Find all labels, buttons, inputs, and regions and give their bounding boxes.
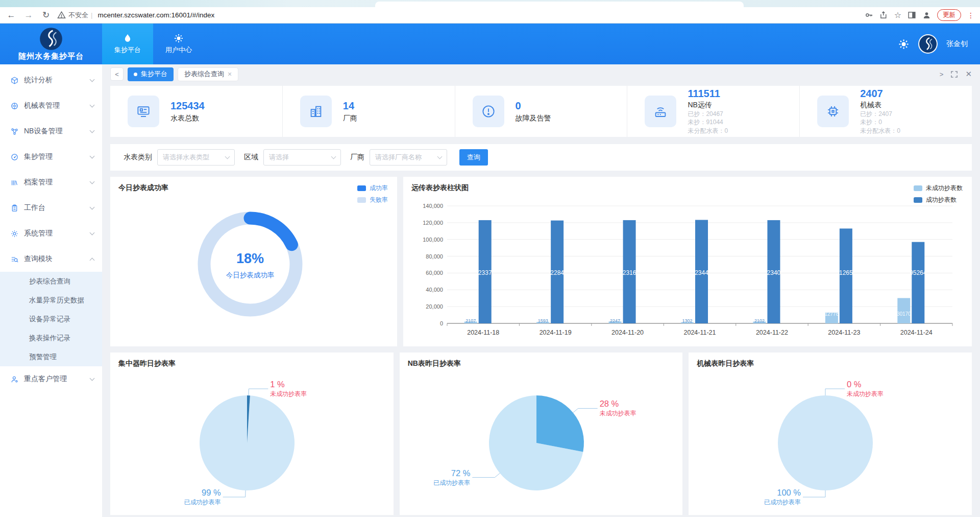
svg-text:30170: 30170 (897, 311, 911, 317)
bookmark-star-icon[interactable]: ☆ (894, 10, 901, 20)
nodes-icon (10, 127, 19, 136)
filter-select-3[interactable]: 请选择厂商名称 (370, 149, 447, 166)
sidebar-subitem-5[interactable]: 预警管理 (0, 347, 102, 366)
legend-row[interactable]: 成功抄表数 (914, 196, 963, 204)
sidebar-item-9[interactable]: 重点客户管理 (0, 366, 102, 392)
chevron-down-icon (90, 205, 95, 210)
stat-value: 14 (343, 100, 357, 112)
close-all-icon[interactable]: ✕ (965, 69, 972, 79)
chevron-down-icon (90, 230, 95, 236)
stat-text: 111511NB远传已抄：20467未抄：91044未分配水表：0 (688, 88, 728, 135)
legend-label: 失败率 (370, 196, 388, 204)
back-icon[interactable]: ← (5, 10, 17, 20)
stat-value: 0 (516, 100, 551, 112)
svg-text:未成功抄表率: 未成功抄表率 (599, 410, 636, 417)
filter-select-1[interactable]: 请选择水表类型 (157, 149, 235, 166)
filter-label-3: 厂商 (350, 153, 364, 162)
filter-select-2[interactable]: 请选择 (263, 149, 341, 166)
site-security[interactable]: 不安全 | (57, 11, 92, 20)
svg-text:2024-11-23: 2024-11-23 (828, 329, 860, 336)
stat-detail: 已抄：20467 (688, 110, 728, 118)
sidebar-item-4[interactable]: 集抄管理 (0, 144, 102, 170)
tabs-scroll-right-icon[interactable]: > (940, 70, 944, 78)
sidebar-item-label: 系统管理 (24, 229, 85, 238)
svg-text:1 %: 1 % (270, 380, 285, 389)
legend-row[interactable]: 未成功抄表数 (914, 184, 963, 193)
stat-detail: 未分配水表：0 (860, 127, 900, 135)
stat-icon-tile (817, 96, 849, 127)
share-icon[interactable] (879, 11, 888, 19)
sidebar-item-3[interactable]: NB设备管理 (0, 119, 102, 144)
chevron-down-icon (90, 154, 95, 159)
header-tab-usercenter[interactable]: 用户中心 (153, 24, 204, 64)
svg-text:0 %: 0 % (847, 380, 862, 389)
sidebar-subitem-3[interactable]: 设备异常记录 (0, 310, 102, 328)
key-icon[interactable] (865, 11, 873, 19)
svg-text:1265: 1265 (839, 269, 853, 276)
header-tab-platform[interactable]: 集抄平台 (102, 24, 153, 64)
tab-chip-label: 抄表综合查询 (184, 69, 224, 79)
select-placeholder: 请选择厂商名称 (375, 153, 422, 162)
sidebar-item-1[interactable]: 统计分析 (0, 67, 102, 93)
stat-label: 故障及告警 (516, 114, 551, 123)
fullscreen-icon[interactable] (950, 70, 958, 78)
stat-label: 厂商 (343, 114, 357, 123)
svg-text:12778: 12778 (824, 311, 839, 317)
close-tab-icon[interactable]: × (228, 70, 232, 78)
tabs-scroll-left-icon[interactable]: < (110, 67, 124, 81)
sidebar-item-label: 档案管理 (24, 178, 85, 187)
bar-legend: 未成功抄表数成功抄表数 (914, 184, 963, 207)
svg-text:18%: 18% (236, 251, 264, 266)
sidebar-subitem-2[interactable]: 水量异常历史数据 (0, 291, 102, 310)
legend-row[interactable]: 失败率 (357, 196, 388, 204)
svg-text:2024-11-21: 2024-11-21 (683, 329, 716, 336)
user-avatar[interactable] (918, 34, 938, 54)
browser-tab[interactable] (375, 2, 744, 7)
pie-chart-nb: 28 %未成功抄表率72 %已成功抄表率 (408, 368, 674, 514)
clipboard-icon (10, 204, 19, 213)
browser-menu-icon[interactable]: ⋮ (967, 11, 975, 19)
gear-icon (174, 33, 184, 43)
search-button[interactable]: 查询 (459, 149, 488, 166)
profile-avatar-icon[interactable] (922, 11, 931, 19)
stat-card-5: 2407机械表已抄：2407未抄：0未分配水表：0 (800, 86, 972, 137)
warning-icon (57, 11, 66, 19)
sidebar-item-2[interactable]: 机械表管理 (0, 93, 102, 119)
legend-swatch (914, 185, 922, 191)
stat-detail: 已抄：2407 (860, 110, 900, 118)
donut-chart: 18%今日抄表成功率 (118, 193, 389, 333)
gauge-icon (10, 153, 19, 161)
sidebar-item-6[interactable]: 工作台 (0, 195, 102, 221)
stat-text: 2407机械表已抄：2407未抄：0未分配水表：0 (860, 88, 900, 135)
svg-text:20,000: 20,000 (426, 303, 443, 310)
select-placeholder: 请选择水表类型 (163, 153, 209, 162)
browser-update-button[interactable]: 更新 (937, 9, 961, 21)
meter-icon (136, 104, 151, 119)
legend-row[interactable]: 成功率 (357, 184, 388, 193)
reload-icon[interactable]: ↻ (40, 10, 52, 20)
settings-gear-icon[interactable] (898, 38, 910, 50)
svg-text:2024-11-18: 2024-11-18 (467, 329, 499, 336)
stat-detail: 未抄：91044 (688, 118, 728, 126)
forward-icon[interactable]: → (22, 10, 35, 20)
stat-card-3: 0故障及告警 (455, 86, 628, 137)
url-bar[interactable]: mcenter.szcswater.com:16001/#/index (97, 11, 859, 19)
stat-icon-tile (645, 96, 676, 127)
sidebar-item-8[interactable]: 查询模块 (0, 246, 102, 272)
tab-chip-platform[interactable]: 集抄平台 (128, 67, 174, 81)
sidebar-subitem-1[interactable]: 抄表综合查询 (0, 272, 102, 291)
pie-chart-concentrator: 1 %未成功抄表率99 %已成功抄表率 (118, 368, 385, 514)
page-tab-bar: < 集抄平台 抄表综合查询 × > ✕ (110, 64, 972, 84)
chevron-down-icon (437, 154, 443, 159)
filter-label-2: 区域 (244, 153, 258, 162)
panel-nb-rate: NB表昨日抄表率 28 %未成功抄表率72 %已成功抄表率 (400, 353, 683, 515)
tab-chip-page[interactable]: 抄表综合查询 × (178, 67, 238, 81)
browser-tab-strip (0, 0, 980, 7)
sidebar-item-7[interactable]: 系统管理 (0, 221, 102, 246)
panel-title: 远传表抄表柱状图 (411, 183, 964, 193)
sidebar-item-5[interactable]: 档案管理 (0, 170, 102, 195)
panel-title: NB表昨日抄表率 (408, 359, 675, 368)
username[interactable]: 张金钊 (946, 39, 968, 49)
sidebar-subitem-4[interactable]: 换表操作记录 (0, 328, 102, 347)
split-screen-icon[interactable] (908, 11, 916, 19)
